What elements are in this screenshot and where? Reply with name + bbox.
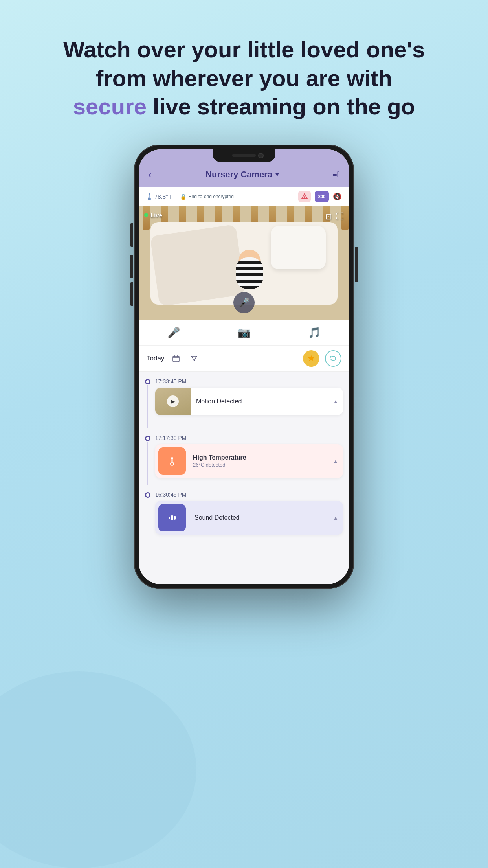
motion-time: 17:33:45 PM	[155, 378, 343, 384]
status-bar: 78.8° F 🔒 End-to-end encrypted	[139, 187, 349, 206]
live-label: Live	[150, 212, 162, 219]
lock-icon: 🔒	[180, 193, 187, 200]
mic-icon: 🎤	[239, 298, 250, 308]
filter-button[interactable]	[188, 352, 200, 365]
sound-event-label: Sound Detected	[189, 514, 328, 521]
phone-notch	[213, 149, 275, 162]
svg-point-13	[171, 463, 173, 465]
encrypt-label: End-to-end encrypted	[189, 194, 234, 199]
camera-feed[interactable]: Live ⊡ ⛶ 🎤	[139, 206, 349, 320]
sound-wave-icon	[167, 512, 178, 523]
replay-button[interactable]	[325, 350, 341, 367]
motion-thumbnail[interactable]: ▶	[155, 388, 191, 415]
motion-event-card[interactable]: ▶ Motion Detected ▲	[155, 388, 343, 415]
timeline-dot-col-temp	[145, 435, 150, 485]
svg-rect-16	[174, 516, 176, 520]
thermometer-icon	[147, 192, 152, 201]
camera-title: Nursery Camera	[205, 169, 272, 180]
crib-pillow	[271, 226, 326, 269]
music-control-button[interactable]: 🎵	[308, 327, 321, 339]
motion-expand-icon[interactable]: ▲	[328, 398, 343, 405]
temperature-event-label: High Temperature	[193, 454, 324, 461]
timeline-entry-motion: 17:33:45 PM ▶ Motion Detected ▲	[139, 372, 349, 428]
crop-icon[interactable]: ⊡	[325, 212, 332, 221]
headline-text: Watch over your little loved one'sfrom w…	[63, 35, 425, 121]
live-badge: Live	[144, 212, 162, 219]
temperature-expand-icon[interactable]: ▲	[328, 458, 343, 464]
replay-icon	[329, 355, 337, 362]
camera-control-button[interactable]: 📷	[238, 327, 250, 339]
phone-device: ‹ Nursery Camera ▾ ≡⃝ 78.8° F	[134, 145, 354, 589]
fullscreen-icon[interactable]: ⛶	[336, 212, 344, 221]
more-options-button[interactable]: ⋯	[206, 352, 218, 365]
live-dot-icon	[144, 213, 148, 217]
temperature-item: 78.8° F	[147, 192, 174, 201]
temperature-icon-box	[158, 447, 186, 475]
smart-filter-button[interactable]	[303, 350, 319, 367]
timeline-items: 17:33:45 PM ▶ Motion Detected ▲	[139, 372, 349, 539]
number-label: 800	[318, 194, 325, 199]
header-title-group[interactable]: Nursery Camera ▾	[205, 169, 279, 180]
timeline-dot-col	[145, 378, 150, 428]
svg-point-3	[304, 197, 305, 197]
sound-event-card[interactable]: Sound Detected ▲	[155, 501, 343, 535]
svg-rect-12	[172, 459, 173, 463]
svg-rect-15	[171, 515, 173, 520]
notch-camera	[258, 153, 264, 158]
timeline-content-sound: 16:30:45 PM Sound Detected	[155, 491, 343, 535]
baby-body	[236, 257, 263, 289]
svg-point-1	[148, 197, 151, 200]
headline-accent: secure	[73, 94, 147, 119]
calendar-filter-button[interactable]	[170, 352, 182, 365]
timeline-section: Today ⋯	[139, 346, 349, 584]
expand-icons-group: ⊡ ⛶	[325, 212, 344, 221]
timeline-line-temp	[147, 442, 148, 485]
number-icon-box[interactable]: 800	[315, 191, 329, 202]
headline-suffix: live streaming on the go	[153, 94, 415, 119]
phone-screen: ‹ Nursery Camera ▾ ≡⃝ 78.8° F	[139, 149, 349, 584]
temperature-label-block: High Temperature 26°C detected	[189, 454, 328, 468]
timeline-line	[147, 385, 148, 428]
controls-bar: 🎤 📷 🎵	[139, 320, 349, 346]
motion-event-label: Motion Detected	[191, 398, 328, 405]
timeline-entry-sound: 16:30:45 PM Sound Detected	[139, 485, 349, 539]
settings-icon[interactable]: ≡⃝	[332, 170, 340, 179]
timeline-dot-sound	[145, 492, 150, 498]
timeline-dot-temperature	[145, 436, 150, 441]
mic-control-button[interactable]: 🎤	[167, 327, 180, 339]
alarm-icon	[301, 193, 308, 200]
sound-icon-box	[158, 504, 186, 531]
phone-wrapper: ‹ Nursery Camera ▾ ≡⃝ 78.8° F	[134, 145, 354, 589]
svg-rect-5	[173, 356, 179, 362]
temperature-event-sublabel: 26°C detected	[193, 462, 324, 468]
baby-figure	[222, 250, 277, 289]
encryption-item: 🔒 End-to-end encrypted	[180, 193, 292, 200]
title-chevron-icon: ▾	[275, 171, 279, 178]
timeline-dot-col-sound	[145, 491, 150, 498]
timeline-filter-bar: Today ⋯	[139, 346, 349, 372]
mute-icon[interactable]: 🔇	[333, 192, 341, 201]
timeline-entry-temperature: 17:17:30 PM	[139, 428, 349, 485]
calendar-icon	[172, 355, 180, 362]
svg-marker-9	[330, 356, 332, 358]
sound-expand-icon[interactable]: ▲	[328, 515, 343, 521]
mic-button[interactable]: 🎤	[233, 292, 255, 313]
temperature-alert-icon	[167, 456, 178, 467]
today-label: Today	[147, 355, 164, 362]
status-icons-group: 800 🔇	[298, 191, 341, 202]
back-button[interactable]: ‹	[148, 168, 152, 181]
temperature-value: 78.8° F	[154, 193, 174, 200]
star-icon	[307, 354, 316, 363]
svg-rect-14	[169, 517, 170, 519]
timeline-content-temperature: 17:17:30 PM	[155, 435, 343, 478]
timeline-content-motion: 17:33:45 PM ▶ Motion Detected ▲	[155, 378, 343, 415]
alert-icon-box[interactable]	[298, 191, 311, 202]
funnel-icon	[190, 355, 198, 362]
notch-speaker	[232, 154, 256, 157]
temp-time: 17:17:30 PM	[155, 435, 343, 441]
sound-time: 16:30:45 PM	[155, 491, 343, 498]
timeline-dot-motion	[145, 379, 150, 384]
play-button-small[interactable]: ▶	[167, 395, 179, 407]
temperature-event-card[interactable]: High Temperature 26°C detected ▲	[155, 444, 343, 478]
headline: Watch over your little loved one'sfrom w…	[32, 35, 457, 121]
